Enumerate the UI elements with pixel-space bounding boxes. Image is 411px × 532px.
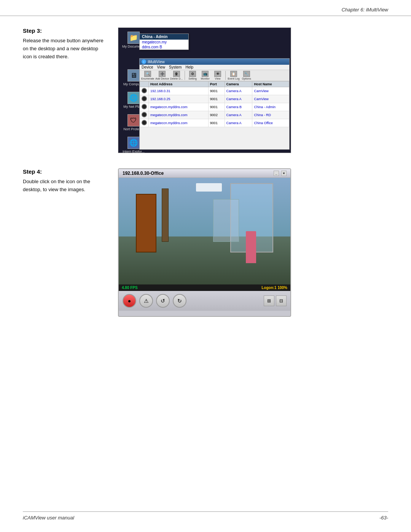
- view-icon: 👁: [214, 71, 221, 77]
- delete-icon: 🗑: [173, 71, 180, 77]
- close-button[interactable]: ×: [281, 171, 287, 176]
- row-hostname: CamView: [252, 87, 289, 95]
- page-footer: iCAMView user manual -63-: [23, 511, 388, 521]
- row-icon: [140, 119, 149, 127]
- scene-pole: [162, 189, 169, 242]
- row-host[interactable]: megateccn.myddns.com: [149, 103, 209, 111]
- step4-label: Step 4:: [23, 168, 107, 175]
- scene-door: [136, 194, 156, 252]
- row-port: 9001: [208, 103, 225, 111]
- toolbar-enumerate[interactable]: 🔍 Enumerate: [141, 71, 154, 80]
- row-port: 9001: [208, 87, 225, 95]
- row-host[interactable]: megateccn.myddns.com: [149, 111, 209, 119]
- context-menu-item-2[interactable]: ddns.com B: [140, 45, 188, 50]
- toolbar-delete[interactable]: 🗑 Delete D...: [170, 71, 183, 80]
- context-menu-item-1[interactable]: megateccn.my: [140, 40, 188, 45]
- table-row: megateccn.myddns.com 9001 Camera A China…: [140, 119, 289, 127]
- step4-section: Step 4: Double click on the icon on the …: [23, 168, 388, 317]
- footer-left: iCAMView user manual: [23, 515, 74, 521]
- row-hostname: China - RD: [252, 111, 289, 119]
- snapshot-button[interactable]: ⊞: [264, 296, 274, 306]
- viewer-titlebar: 192.168.0.30-Office _ ×: [119, 169, 290, 178]
- table-row: megateccn.myddns.com 9001 Camera B China…: [140, 103, 289, 111]
- alert-button[interactable]: ⚠: [139, 294, 153, 308]
- toolbar-sep2: [225, 71, 226, 80]
- viewer-controls: ● ⚠ ↺ ↻ ⊞ ⊟: [119, 291, 290, 311]
- toolbar-options[interactable]: 🔧 Options: [241, 71, 252, 80]
- row-host[interactable]: megateccn.myddns.com: [149, 119, 209, 127]
- col-port: Port: [208, 81, 225, 87]
- menu-device[interactable]: Device: [142, 65, 153, 69]
- app-icon: i: [142, 59, 146, 64]
- toolbar-adddevice[interactable]: ➕ Add Device: [155, 71, 169, 80]
- imultiview-window: i iMultiView Device View System Help 🔍 E…: [139, 58, 290, 150]
- mydocs-icon: 📁: [127, 32, 140, 44]
- table-row: 192.168.0.31 9001 Camera A CamView: [140, 87, 289, 95]
- menu-system[interactable]: System: [169, 65, 182, 69]
- row-camera: Camera A: [225, 111, 252, 119]
- scene-ceiling-light: [196, 183, 222, 192]
- eventlog-label: Event Log: [228, 77, 240, 80]
- copy-button[interactable]: ⊟: [276, 296, 287, 306]
- toolbar-sep1: [185, 71, 185, 80]
- options-label: Options: [242, 77, 251, 80]
- row-host[interactable]: 192.168.0.25: [149, 95, 209, 103]
- ctrl-buttons-left: ● ⚠ ↺ ↻: [123, 294, 186, 308]
- step4-image: 192.168.0.30-Office _ ×: [118, 168, 388, 317]
- table-row: megateccn.myddns.com 9002 Camera A China…: [140, 111, 289, 119]
- step3-section: Step 3: Release the mouse button anywher…: [23, 27, 388, 153]
- step3-image: 📁 My Documents China - Admin megateccn.m…: [118, 27, 388, 153]
- monitor-label: Monitor: [201, 77, 209, 80]
- row-icon: [140, 111, 149, 119]
- rotate-right-button[interactable]: ↻: [173, 294, 186, 308]
- minimize-button[interactable]: _: [274, 171, 279, 176]
- toolbar-setting[interactable]: ⚙ Setting: [187, 71, 198, 80]
- page-header: Chapter 6: iMultiView: [0, 0, 411, 16]
- row-port: 9001: [208, 119, 225, 127]
- logon-display: Logon:1 100%: [261, 286, 287, 290]
- desktop-screenshot: 📁 My Documents China - Admin megateccn.m…: [118, 27, 291, 153]
- toolbar-monitor[interactable]: 📺 Monitor: [199, 71, 211, 80]
- context-menu: China - Admin megateccn.my ddns.com B: [139, 34, 189, 50]
- step3-description: Release the mouse button anywhere on the…: [23, 37, 107, 61]
- main-content: Step 3: Release the mouse button anywher…: [0, 20, 411, 340]
- adddevice-label: Add Device: [155, 77, 169, 80]
- viewer-status-bar: 4.80 FPS Logon:1 100%: [119, 284, 290, 291]
- scene-partition: [213, 199, 239, 242]
- view-label: View: [215, 77, 221, 80]
- row-icon: [140, 95, 149, 103]
- eventlog-icon: 📋: [230, 71, 237, 77]
- monitor-icon: 📺: [202, 71, 209, 77]
- row-camera: Camera A: [225, 87, 252, 95]
- ie-icon: 🌐: [127, 137, 140, 149]
- toolbar-eventlog[interactable]: 📋 Event Log: [228, 71, 240, 80]
- mycomputer-icon: 🖥: [127, 69, 140, 81]
- viewer-title: 192.168.0.30-Office: [123, 171, 164, 176]
- window-toolbar: 🔍 Enumerate ➕ Add Device 🗑 Delete D...: [140, 70, 289, 81]
- norton-icon: 🛡: [127, 114, 140, 126]
- setting-icon: ⚙: [189, 71, 196, 77]
- row-icon: [140, 87, 149, 95]
- row-port: 9002: [208, 111, 225, 119]
- device-table: Host Address Port Camera Host Name 192.1…: [140, 81, 289, 127]
- rotate-left-button[interactable]: ↺: [156, 294, 170, 308]
- row-camera: Camera A: [225, 119, 252, 127]
- step3-label: Step 3:: [23, 27, 107, 34]
- table-row: 192.168.0.25 9001 Camera A CamView: [140, 95, 289, 103]
- step4-description: Double click on the icon on the desktop,…: [23, 178, 107, 194]
- viewer-title-controls: _ ×: [274, 171, 287, 176]
- fps-display: 4.80 FPS: [122, 286, 138, 290]
- delete-label: Delete D...: [170, 77, 183, 80]
- menu-view[interactable]: View: [157, 65, 166, 69]
- scene-person: [246, 231, 256, 263]
- record-button[interactable]: ●: [123, 294, 136, 308]
- row-host[interactable]: 192.168.0.31: [149, 87, 209, 95]
- enumerate-label: Enumerate: [141, 77, 154, 80]
- toolbar-view[interactable]: 👁 View: [212, 71, 223, 80]
- setting-label: Setting: [188, 77, 197, 80]
- chapter-title: Chapter 6: iMultiView: [341, 7, 388, 13]
- footer-right: -63-: [379, 515, 388, 521]
- menu-help[interactable]: Help: [185, 65, 193, 69]
- viewer-video: [119, 178, 290, 284]
- col-camera: Camera: [225, 81, 252, 87]
